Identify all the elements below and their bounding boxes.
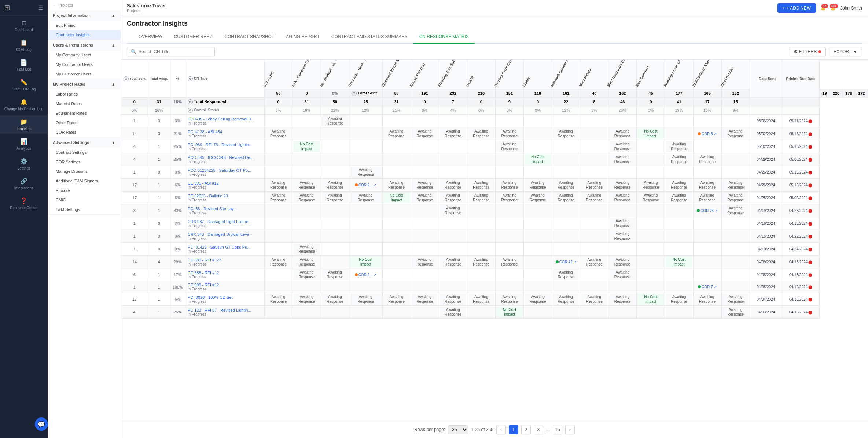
cn-title-link[interactable]: PCO 01234225 - Saturday OT Po... bbox=[188, 168, 251, 172]
notif-badge-1[interactable]: 🔔 14 bbox=[820, 5, 826, 11]
cn-title-link[interactable]: PCO 545 - IOCC 343 - Revised De... bbox=[188, 155, 254, 160]
filter-icon: ⚙ bbox=[794, 49, 798, 54]
row-total-sent: 4 bbox=[121, 306, 148, 319]
nav-item-draft-cor[interactable]: ✏️ Draft COR Log bbox=[0, 75, 48, 95]
rates-header[interactable]: My Project Rates ▲ bbox=[48, 79, 121, 89]
cn-title-link[interactable]: CE 595 - ASI #12 bbox=[188, 181, 219, 185]
user-name[interactable]: John Smith bbox=[840, 5, 862, 11]
circle-icon-title: ⊙ bbox=[188, 76, 193, 81]
cn-title-link[interactable]: PCI 81423 - Sat/sun GT Conc Pu... bbox=[188, 245, 251, 249]
cn-title-link[interactable]: PC 123 - RFI 87 - Revised Lightin... bbox=[188, 308, 251, 312]
row-cn-title-cell: PCI-0028 - 100% CD Set In Progress bbox=[185, 293, 264, 306]
sidebar-item-labor-rates[interactable]: Labor Rates bbox=[48, 89, 121, 99]
sidebar-item-cmic[interactable]: CMiC bbox=[48, 195, 121, 205]
add-new-button[interactable]: + + ADD NEW bbox=[777, 3, 816, 13]
cn-title-link[interactable]: PCI #128 - ASI #34 bbox=[188, 130, 222, 134]
sidebar-item-material-rates[interactable]: Material Rates bbox=[48, 99, 121, 108]
users-section: Users & Permissions ▲ My Company Users M… bbox=[48, 40, 121, 79]
nav-item-analytics[interactable]: 📊 Analytics bbox=[0, 134, 48, 154]
plus-icon: + bbox=[783, 5, 785, 11]
row-date-due: 05/10/2024⬤ bbox=[782, 166, 819, 179]
sidebar-item-additional-signers[interactable]: Additional T&M Signers bbox=[48, 176, 121, 186]
tab-aging-report[interactable]: AGING REPORT bbox=[280, 30, 326, 44]
row-date-due: 04/18/2024⬤ bbox=[782, 217, 819, 230]
overdue-indicator: ⬤ bbox=[808, 222, 812, 226]
sidebar-item-contractor-users[interactable]: My Contractor Users bbox=[48, 60, 121, 69]
sidebar-item-other-rates[interactable]: Other Rates bbox=[48, 118, 121, 127]
pagination: Rows per page: 25 50 100 1-25 of 355 ‹ 1… bbox=[121, 421, 868, 438]
sidebar-item-edit-project[interactable]: Edit Project bbox=[48, 21, 121, 30]
sidebar-item-contract-settings[interactable]: Contract Settings bbox=[48, 148, 121, 157]
project-title: Salesforce Tower bbox=[127, 3, 166, 8]
cn-title-link[interactable]: CE 598 - RFI #12 bbox=[188, 283, 219, 287]
cn-status: In Progress bbox=[188, 185, 262, 189]
advanced-header[interactable]: Advanced Settings ▲ bbox=[48, 137, 121, 148]
sidebar-item-contractor-insights[interactable]: Contractor Insights bbox=[48, 30, 121, 40]
filters-button[interactable]: ⚙ FILTERS bbox=[789, 47, 826, 56]
cn-title-link[interactable]: PCI-0028 - 100% CD Set bbox=[188, 295, 233, 300]
circle-icon-sent: ⊙ bbox=[124, 76, 129, 81]
rates-section: My Project Rates ▲ Labor Rates Material … bbox=[48, 79, 121, 137]
nav-item-tam-log[interactable]: 📄 T&M Log bbox=[0, 55, 48, 75]
page-3-button[interactable]: 3 bbox=[534, 425, 543, 434]
cn-title-link[interactable]: CE 589 - RFI #127 bbox=[188, 258, 221, 262]
nav-item-cor-log[interactable]: 📋 COR Log bbox=[0, 36, 48, 55]
search-box[interactable]: 🔍 bbox=[127, 47, 215, 56]
cn-title-link[interactable]: PCI 989 - RFI 76 - Revised Lightin... bbox=[188, 142, 253, 147]
chat-bubble[interactable]: 💬 bbox=[35, 417, 48, 431]
cn-status: In Progress bbox=[188, 172, 262, 177]
row-date-due: 04/26/2024⬤ bbox=[782, 204, 819, 217]
cn-title-link[interactable]: CE 02523 - Bulletin 23 bbox=[188, 194, 228, 198]
tab-customer-ref[interactable]: CUSTOMER REF # bbox=[168, 30, 218, 44]
cn-title-link[interactable]: CE 588 - RFI #12 bbox=[188, 271, 219, 275]
resource-center-icon: ❓ bbox=[20, 197, 27, 204]
nav-item-dashboard[interactable]: ⊟ Dashboard bbox=[0, 16, 48, 36]
sum-label-total-sent: ⊙Total Sent bbox=[349, 89, 382, 98]
next-page-button[interactable]: › bbox=[565, 425, 575, 434]
notif-badge-2[interactable]: 🔔 99+ bbox=[830, 5, 836, 11]
th-contractor-16: Steel Skanks bbox=[721, 60, 750, 89]
row-total-sent: 1 bbox=[121, 243, 148, 256]
sidebar-item-customer-users[interactable]: My Customer Users bbox=[48, 69, 121, 79]
row-total-sent: 17 bbox=[121, 293, 148, 306]
cn-title-link[interactable]: CRX 343 - Damaged Drywall Leve... bbox=[188, 232, 253, 237]
table-row: 1 0 0% PCO-09 - Lobby Ceiling Removal D.… bbox=[121, 115, 868, 127]
row-date-sent: 05/02/2024 bbox=[750, 140, 782, 153]
nav-item-projects[interactable]: 📁 Projects bbox=[0, 115, 48, 134]
cn-title-link[interactable]: PCI 65 - Revised Site Lay... bbox=[188, 207, 237, 211]
tab-contract-status-summary[interactable]: CONTRACT AND STATUS SUMMARY bbox=[326, 30, 413, 44]
tab-contract-snapshot[interactable]: CONTRACT SNAPSHOT bbox=[218, 30, 280, 44]
sidebar-item-manage-divisions[interactable]: Manage Divisions bbox=[48, 167, 121, 176]
tab-cn-response-matrix[interactable]: CN RESPONSE MATRIX bbox=[413, 30, 475, 44]
nav-item-integrations[interactable]: 🔗 Integrations bbox=[0, 174, 48, 194]
th-contractor-0: 027 - ABC bbox=[264, 60, 293, 89]
rows-per-page-select[interactable]: 25 50 100 bbox=[448, 425, 468, 434]
nav-item-resource-center[interactable]: ❓ Resource Center bbox=[0, 194, 48, 214]
sidebar-item-cor-rates[interactable]: COR Rates bbox=[48, 127, 121, 137]
sidebar-item-procore[interactable]: Procore bbox=[48, 186, 121, 195]
sidebar-item-company-users[interactable]: My Company Users bbox=[48, 50, 121, 60]
search-input[interactable] bbox=[139, 49, 211, 54]
sidebar-item-equipment-rates[interactable]: Equipment Rates bbox=[48, 108, 121, 118]
prev-page-button[interactable]: ‹ bbox=[496, 425, 506, 434]
menu-icon[interactable]: ☰ bbox=[38, 5, 43, 11]
sidebar-item-cor-settings[interactable]: COR Settings bbox=[48, 157, 121, 167]
project-info-header[interactable]: Project Information ▲ bbox=[48, 10, 121, 21]
users-header[interactable]: Users & Permissions ▲ bbox=[48, 40, 121, 50]
tab-overview[interactable]: OVERVIEW bbox=[133, 30, 168, 44]
page-1-button[interactable]: 1 bbox=[509, 425, 518, 434]
page-15-button[interactable]: 15 bbox=[553, 425, 562, 434]
back-arrow[interactable]: ← bbox=[53, 3, 57, 7]
nav-item-settings[interactable]: ⚙️ Settings bbox=[0, 154, 48, 174]
table-row: 4 1 25% PC 123 - RFI 87 - Revised Lighti… bbox=[121, 306, 868, 319]
row-total-sent: 6 bbox=[121, 268, 148, 281]
export-button[interactable]: EXPORT ▼ bbox=[829, 47, 862, 56]
nav-item-change-notif[interactable]: 🔔 Change Notification Log bbox=[0, 95, 48, 115]
cn-title-link[interactable]: CRX 987 - Damaged Light Fixture... bbox=[188, 219, 252, 224]
cn-status: In Progress bbox=[188, 134, 262, 138]
cn-title-link[interactable]: PCO-09 - Lobby Ceiling Removal D... bbox=[188, 117, 255, 121]
sidebar-item-tam-settings[interactable]: T&M Settings bbox=[48, 205, 121, 214]
row-total-responded: 0 bbox=[148, 230, 170, 243]
page-2-button[interactable]: 2 bbox=[521, 425, 531, 434]
row-pct: 33% bbox=[170, 204, 185, 217]
